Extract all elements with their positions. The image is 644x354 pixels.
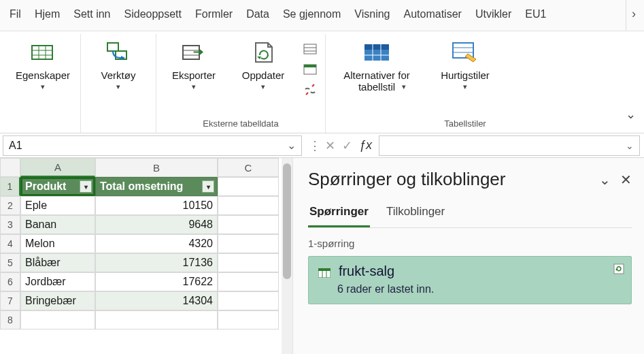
row-header[interactable]: 2 [0,196,20,215]
tab-queries[interactable]: Spørringer [308,199,370,227]
formula-input[interactable]: ⌄ [379,135,640,156]
cell[interactable]: 9648 [95,215,218,234]
cell[interactable] [218,310,279,329]
ribbon-collapse-button[interactable]: ⌄ [626,107,636,122]
ribbon-group-properties: Egenskaper ▾ [5,34,81,133]
cancel-formula-icon[interactable]: ✕ [325,138,335,153]
properties-label: Egenskaper [16,69,70,81]
cell[interactable] [218,177,279,196]
properties-button[interactable]: Egenskaper ▾ [12,37,73,94]
query-count-label: 1-spørring [308,235,632,256]
fx-icon[interactable]: ƒx [359,138,372,152]
row-header[interactable]: 8 [0,310,20,329]
cell[interactable]: 14304 [95,291,218,310]
name-box[interactable]: A1 ⌄ [3,135,302,156]
row-header[interactable]: 6 [0,272,20,291]
ribbon-group-tools: Verktøy ▾ [81,34,156,133]
cell[interactable] [218,234,279,253]
table-header-product[interactable]: Produkt ▾ [20,177,95,196]
group-external-label: Eksterne tabelldata [163,116,318,133]
separator-icon: ⋮ [305,138,325,153]
cell[interactable] [20,310,95,329]
quick-styles-button[interactable]: Hurtigstiler ▾ [435,37,496,94]
tabs-scroll-right[interactable]: › [626,0,641,31]
table-header-total-label: Total omsetning [100,180,183,193]
query-name: frukt-salg [339,263,394,278]
cell[interactable]: 4320 [95,234,218,253]
refresh-query-icon[interactable] [613,263,624,277]
chevron-down-icon: ▾ [192,82,196,91]
chevron-down-icon[interactable]: ⌄ [626,140,634,151]
tab-connections[interactable]: Tilkoblinger [385,199,446,227]
svg-marker-11 [194,49,203,55]
scrollbar-thumb[interactable] [283,163,291,279]
tab-review[interactable]: Se gjennom [276,0,348,31]
cell[interactable] [218,196,279,215]
tab-home[interactable]: Hjem [28,0,67,31]
pane-collapse-icon[interactable]: ⌄ [599,172,611,188]
tab-page-layout[interactable]: Sideoppsett [118,0,189,31]
vertical-scrollbar[interactable] [282,158,292,354]
cell[interactable] [218,291,279,310]
table-header-total[interactable]: Total omsetning ▾ [95,177,218,196]
table-style-options-button[interactable]: Alternativer for tabellstil ▾ [333,37,421,106]
column-header-b[interactable]: B [95,158,218,177]
cell[interactable]: Banan [20,215,95,234]
svg-rect-21 [365,44,389,50]
row-header[interactable]: 7 [0,291,20,310]
svg-rect-0 [32,46,52,59]
select-all-corner[interactable] [0,158,20,177]
properties-mini-icon[interactable] [302,41,318,57]
column-header-c[interactable]: C [218,158,279,177]
table-icon [318,268,331,278]
row-header[interactable]: 5 [0,253,20,272]
column-header-a[interactable]: A [20,158,95,177]
cell[interactable]: Eple [20,196,95,215]
filter-dropdown-icon[interactable]: ▾ [80,180,92,193]
tools-label: Verktøy [101,69,136,81]
tab-file[interactable]: Fil [3,0,28,31]
tab-developer[interactable]: Utvikler [469,0,518,31]
accept-formula-icon[interactable]: ✓ [342,138,352,153]
unlink-icon[interactable] [302,82,318,98]
export-button[interactable]: Eksporter ▾ [163,37,224,94]
cell[interactable] [218,272,279,291]
tab-view[interactable]: Visning [348,0,396,31]
formula-buttons: ✕ ✓ ƒx [325,138,372,153]
svg-rect-5 [107,43,118,51]
spreadsheet: A B C 1 Produkt ▾ Total omsetning ▾ 2 Ep… [0,158,292,354]
ribbon-group-styleoptions: Alternativer for tabellstil ▾ [326,34,428,133]
refresh-button[interactable]: Oppdater ▾ [233,37,294,94]
tab-insert[interactable]: Sett inn [67,0,117,31]
cell[interactable]: Bringebær [20,291,95,310]
table-style-options-label-2: tabellstil [358,81,395,93]
filter-dropdown-icon[interactable]: ▾ [202,180,214,193]
cell[interactable]: Blåbær [20,253,95,272]
tools-button[interactable]: Verktøy ▾ [88,37,149,94]
cell[interactable] [95,310,218,329]
row-header[interactable]: 1 [0,177,20,196]
cell[interactable]: 17136 [95,253,218,272]
cell[interactable] [218,215,279,234]
query-item[interactable]: frukt-salg 6 rader er lastet inn. [308,256,632,304]
tab-formulas[interactable]: Formler [188,0,239,31]
tab-eu1[interactable]: EU1 [518,0,553,31]
open-in-browser-icon[interactable] [302,61,318,78]
grid[interactable]: A B C 1 Produkt ▾ Total omsetning ▾ 2 Ep… [0,158,292,329]
ribbon-group-external-data: Eksporter ▾ Oppdater ▾ [156,34,326,133]
ribbon-tabs: Fil Hjem Sett inn Sideoppsett Formler Da… [0,0,644,31]
export-icon [180,39,207,67]
row-header[interactable]: 3 [0,215,20,234]
external-mini-buttons [302,41,318,98]
row-header[interactable]: 4 [0,234,20,253]
tab-data[interactable]: Data [239,0,276,31]
cell[interactable]: Jordbær [20,272,95,291]
cell[interactable]: 10150 [95,196,218,215]
table-properties-icon [29,39,56,67]
cell[interactable] [218,253,279,272]
tab-automate[interactable]: Automatiser [397,0,469,31]
cell[interactable]: Melon [20,234,95,253]
cell[interactable]: 17622 [95,272,218,291]
close-icon[interactable]: ✕ [620,172,632,188]
chevron-down-icon[interactable]: ⌄ [287,139,296,152]
